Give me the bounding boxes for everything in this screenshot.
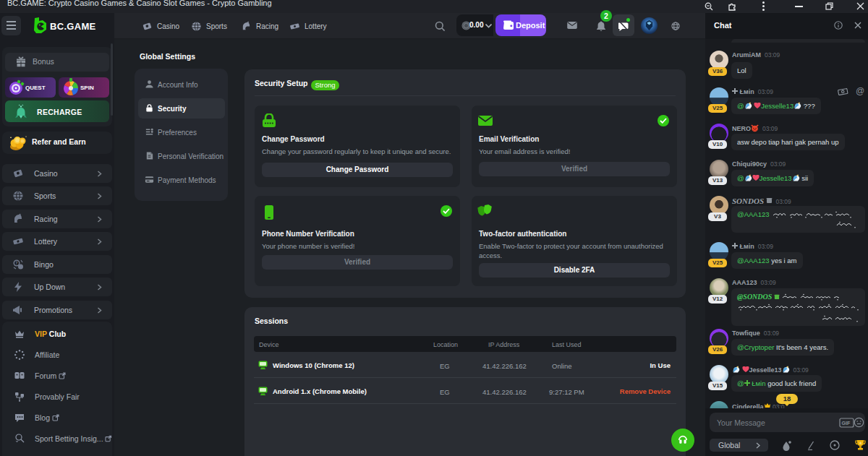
svg-text:GIF: GIF (842, 421, 851, 426)
svg-text:7: 7 (16, 261, 18, 265)
